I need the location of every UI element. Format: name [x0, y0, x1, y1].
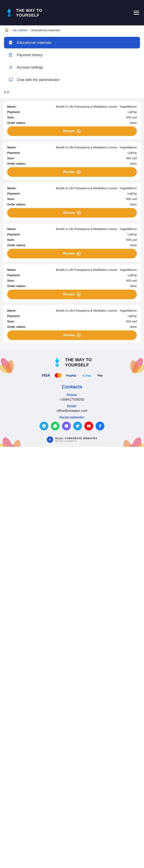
glua-text: GLUA: CORPORATE WEBSITES ORDER A WEBSITE	[55, 437, 97, 442]
play-icon: ▶	[77, 252, 81, 256]
order-sum-row: Sum: 500 usd	[7, 319, 137, 323]
contacts-title: Contacts	[5, 384, 139, 390]
glua-footer[interactable]: G GLUA: CORPORATE WEBSITES ORDER A WEBSI…	[5, 436, 139, 443]
review-button[interactable]: Review ▶	[7, 126, 137, 136]
order-payment-label: Payment	[7, 232, 29, 236]
social-viber-icon[interactable]	[62, 422, 71, 430]
phone-value: +358417509255	[5, 398, 139, 402]
social-twitter-icon[interactable]	[73, 422, 82, 430]
order-payment-row: Payment LiqPay	[7, 273, 137, 277]
order-status-value: done	[29, 325, 137, 329]
svg-point-10	[10, 67, 11, 68]
order-payment-row: Payment LiqPay	[7, 151, 137, 154]
play-icon: ▶	[77, 292, 81, 297]
order-name-value: Breath is Life Pranayama & Meditation co…	[29, 186, 137, 190]
gpay-logo: G Pay	[81, 373, 93, 378]
order-name-row: Name: Breath is Life Pranayama & Meditat…	[7, 227, 137, 230]
order-name-row: Name: Breath is Life Pranayama & Meditat…	[7, 146, 137, 149]
order-sum-row: Sum: 500 usd	[7, 279, 137, 282]
logo-icon	[5, 8, 13, 17]
order-sum-label: Sum:	[7, 116, 29, 119]
order-sum-label: Sum:	[7, 197, 29, 200]
order-payment-value: LiqPay	[29, 151, 137, 154]
order-name-label: Name:	[7, 268, 29, 271]
order-name-value: Breath is Life Pranayama & Meditation co…	[29, 227, 137, 230]
logo-text: THE WAY TO YOURSELF	[16, 8, 42, 18]
order-sum-value: 500 usd	[29, 116, 137, 119]
review-button[interactable]: Review ▶	[7, 167, 137, 177]
social-label: Social networks:	[5, 415, 139, 419]
svg-point-19	[56, 358, 58, 361]
social-facebook-icon[interactable]	[95, 422, 105, 430]
sidebar-item-payment-history[interactable]: Payment history	[4, 49, 140, 61]
order-status-row: Order status: done	[7, 243, 137, 247]
social-youtube-icon[interactable]	[84, 422, 93, 430]
order-sum-value: 500 usd	[29, 319, 137, 323]
home-icon[interactable]: 🏠	[5, 28, 9, 32]
order-payment-label: Payment	[7, 110, 29, 114]
order-card: Name: Breath is Life Pranayama & Meditat…	[3, 305, 141, 343]
order-card: Name: Breath is Life Pranayama & Meditat…	[3, 224, 141, 261]
review-button[interactable]: Review ▶	[7, 249, 137, 258]
site-footer: THE WAY TO YOURSELF VISA PayPal G Pay Pa…	[0, 349, 144, 447]
svg-rect-11	[9, 78, 12, 81]
email-label: Email:	[5, 404, 139, 408]
svg-point-1	[8, 9, 10, 11]
order-payment-row: Payment LiqPay	[7, 110, 137, 114]
site-header: THE WAY TO YOURSELF	[0, 0, 144, 25]
sidebar-item-account-settings[interactable]: Account settings	[4, 62, 140, 73]
footer-logo-icon	[52, 358, 62, 367]
order-name-row: Name: Breath is Life Pranayama & Meditat…	[7, 268, 137, 271]
mastercard-logo	[55, 373, 62, 378]
svg-point-27	[128, 443, 135, 447]
play-icon: ▶	[77, 211, 81, 215]
review-label: Review	[63, 170, 75, 174]
breadcrumb-sep-2: >	[29, 29, 30, 32]
exit-button[interactable]: Exit	[0, 88, 144, 98]
review-label: Review	[63, 292, 75, 297]
order-payment-label: Payment	[7, 314, 29, 318]
review-button[interactable]: Review ▶	[7, 331, 137, 340]
order-status-row: Order status: done	[7, 284, 137, 288]
sidebar-item-educational-materials[interactable]: Educational materials	[4, 37, 140, 49]
payment-logos: VISA PayPal G Pay Pay	[5, 373, 139, 378]
glua-sub: ORDER A WEBSITE	[55, 440, 97, 442]
order-status-label: Order status:	[7, 121, 29, 124]
social-icons	[5, 422, 139, 430]
review-button[interactable]: Review ▶	[7, 289, 137, 299]
order-status-value: done	[29, 243, 137, 247]
sidebar-item-label-educational-materials: Educational materials	[17, 40, 51, 45]
email-value: office@vestatur.com	[5, 409, 139, 413]
order-status-label: Order status:	[7, 162, 29, 165]
social-whatsapp-icon[interactable]	[51, 422, 60, 430]
receipt-icon	[8, 53, 13, 57]
footer-logo-area: THE WAY TO YOURSELF	[5, 357, 139, 368]
order-sum-row: Sum: 500 usd	[7, 197, 137, 200]
sidebar-item-chat-admin[interactable]: Chat with the administrator	[4, 74, 140, 86]
order-payment-label: Payment	[7, 192, 29, 195]
order-payment-value: LiqPay	[29, 192, 137, 195]
hamburger-icon[interactable]	[134, 11, 139, 14]
breadcrumb-my-cabinet[interactable]: My cabinet	[13, 28, 27, 32]
review-label: Review	[63, 211, 75, 215]
breadcrumb: 🏠 > My cabinet > Educational materials	[0, 25, 144, 35]
breadcrumb-sep-1: >	[10, 29, 11, 32]
order-name-value: Breath is Life Pranayama & Meditation co…	[29, 309, 137, 312]
breadcrumb-current: Educational materials	[31, 28, 60, 32]
order-status-label: Order status:	[7, 243, 29, 247]
order-name-label: Name:	[7, 227, 29, 230]
sidebar-item-label-chat-admin: Chat with the administrator	[17, 78, 60, 82]
order-sum-label: Sum:	[7, 156, 29, 160]
order-name-label: Name:	[7, 186, 29, 190]
review-button[interactable]: Review ▶	[7, 208, 137, 218]
phone-label: Phone:	[5, 393, 139, 397]
logo: THE WAY TO YOURSELF	[5, 8, 42, 18]
order-payment-row: Payment LiqPay	[7, 232, 137, 236]
order-payment-row: Payment LiqPay	[7, 314, 137, 318]
order-sum-row: Sum: 500 usd	[7, 156, 137, 160]
order-payment-value: LiqPay	[29, 110, 137, 114]
sidebar-nav: Educational materials Payment history Ac…	[0, 35, 144, 88]
glua-name: GLUA: CORPORATE WEBSITES	[55, 437, 97, 440]
social-telegram-icon[interactable]	[39, 422, 49, 430]
orders-list: Name: Breath is Life Pranayama & Meditat…	[0, 98, 144, 349]
